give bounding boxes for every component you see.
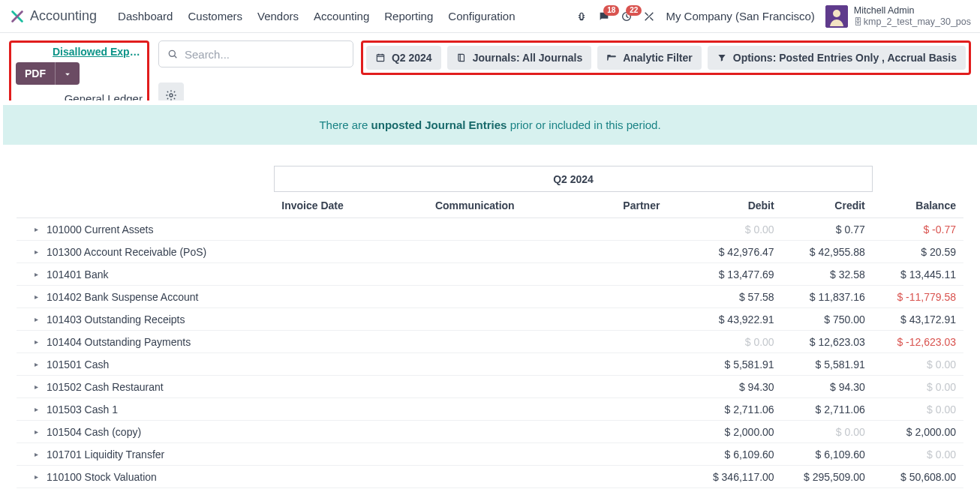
- col-partner: Partner: [592, 192, 690, 218]
- menu-customers[interactable]: Customers: [188, 10, 242, 22]
- search-input[interactable]: [185, 48, 345, 61]
- banner-suffix: prior or included in this period.: [507, 118, 660, 131]
- account-name: 101501 Cash: [47, 358, 109, 370]
- activities-icon[interactable]: 22: [621, 10, 633, 22]
- col-debit: Debit: [691, 192, 782, 218]
- gear-icon: [165, 89, 177, 101]
- cell-debit: $ 346,117.00: [691, 466, 782, 488]
- caret-right-icon: ▸: [35, 428, 41, 436]
- caret-right-icon: ▸: [35, 292, 41, 301]
- cell-balance: $ 0.00: [873, 376, 963, 398]
- account-name: 101502 Cash Restaurant: [47, 381, 164, 393]
- filter-options[interactable]: Options: Posted Entries Only , Accrual B…: [708, 46, 966, 70]
- cell-debit: $ 57.58: [691, 286, 782, 308]
- account-name: 110100 Stock Valuation: [47, 471, 157, 483]
- activities-badge: 22: [626, 5, 642, 16]
- cell-debit: $ 5,581.91: [691, 353, 782, 376]
- table-row[interactable]: ▸101504 Cash (copy)$ 2,000.00$ 0.00$ 2,0…: [17, 421, 963, 443]
- user-menu[interactable]: Mitchell Admin 🗄kmp_2_test_may_30_pos: [825, 5, 971, 28]
- filter-journals[interactable]: Journals: All Journals: [447, 46, 592, 70]
- cell-credit: $ 295,509.00: [782, 466, 873, 488]
- cell-credit: $ 0.77: [782, 218, 873, 241]
- breadcrumb-link[interactable]: Disallowed Expe…: [53, 46, 143, 58]
- folder-open-icon: [606, 52, 617, 63]
- table-row[interactable]: ▸101503 Cash 1$ 2,711.06$ 2,711.06$ 0.00: [17, 398, 963, 421]
- filter-analytic[interactable]: Analytic Filter: [597, 46, 702, 70]
- table-row[interactable]: ▸101701 Liquidity Transfer$ 6,109.60$ 6,…: [17, 443, 963, 466]
- messages-badge: 18: [603, 5, 619, 16]
- cell-debit: $ 6,109.60: [691, 443, 782, 466]
- caret-right-icon: ▸: [35, 315, 41, 323]
- tools-icon[interactable]: [643, 10, 655, 22]
- pdf-button[interactable]: PDF: [16, 62, 55, 85]
- caret-right-icon: ▸: [35, 382, 41, 391]
- table-row[interactable]: ▸101000 Current Assets$ 0.00$ 0.77$ -0.7…: [17, 218, 963, 241]
- cell-credit: $ 11,837.16: [782, 286, 873, 308]
- table-row[interactable]: ▸101404 Outstanding Payments$ 0.00$ 12,6…: [17, 331, 963, 353]
- pdf-export-group: PDF: [16, 62, 80, 85]
- brand[interactable]: Accounting: [9, 8, 97, 25]
- filters-highlight: Q2 2024 Journals: All Journals Analytic …: [361, 40, 971, 75]
- menu-accounting[interactable]: Accounting: [314, 10, 369, 22]
- cell-debit: $ 0.00: [691, 218, 782, 241]
- company-switcher[interactable]: My Company (San Francisco): [666, 10, 814, 22]
- messages-icon[interactable]: 18: [598, 10, 610, 22]
- caret-right-icon: ▸: [35, 405, 41, 413]
- table-row[interactable]: ▸101401 Bank$ 13,477.69$ 32.58$ 13,445.1…: [17, 263, 963, 286]
- search-box[interactable]: [158, 40, 353, 68]
- account-name: 101503 Cash 1: [47, 404, 118, 416]
- account-name: 101300 Account Receivable (PoS): [47, 246, 206, 258]
- table-row[interactable]: ▸101403 Outstanding Receipts$ 43,922.91$…: [17, 308, 963, 331]
- filter-options-label: Options: Posted Entries Only , Accrual B…: [733, 52, 957, 64]
- cell-debit: $ 42,976.47: [691, 241, 782, 263]
- caret-right-icon: ▸: [35, 248, 41, 256]
- cell-credit: $ 2,711.06: [782, 398, 873, 421]
- debug-icon[interactable]: [576, 10, 588, 22]
- account-name: 101404 Outstanding Payments: [47, 336, 191, 348]
- cell-debit: $ 2,000.00: [691, 421, 782, 443]
- cell-credit: $ 0.00: [782, 421, 873, 443]
- caret-right-icon: ▸: [35, 270, 41, 278]
- table-row[interactable]: ▸101502 Cash Restaurant$ 94.30$ 94.30$ 0…: [17, 376, 963, 398]
- unposted-entries-banner[interactable]: There are unposted Journal Entries prior…: [3, 105, 977, 145]
- svg-line-6: [174, 56, 176, 58]
- table-row[interactable]: ▸110100 Stock Valuation$ 346,117.00$ 295…: [17, 466, 963, 488]
- cell-credit: $ 12,623.03: [782, 331, 873, 353]
- cell-balance: $ 50,608.00: [873, 466, 963, 488]
- menu-reporting[interactable]: Reporting: [384, 10, 433, 22]
- table-row[interactable]: ▸101501 Cash$ 5,581.91$ 5,581.91$ 0.00: [17, 353, 963, 376]
- calendar-icon: [375, 52, 386, 63]
- menu-configuration[interactable]: Configuration: [448, 10, 515, 22]
- report-table-wrap: Q2 2024 Invoice Date Communication Partn…: [0, 166, 980, 495]
- account-name: 101401 Bank: [47, 268, 109, 280]
- cell-debit: $ 94.30: [691, 376, 782, 398]
- cell-debit: $ 13,477.69: [691, 263, 782, 286]
- pdf-dropdown-caret[interactable]: [55, 62, 80, 85]
- cell-debit: $ 43,922.91: [691, 308, 782, 331]
- col-credit: Credit: [782, 192, 873, 218]
- cell-credit: $ 5,581.91: [782, 353, 873, 376]
- general-ledger-table: Q2 2024 Invoice Date Communication Partn…: [17, 166, 963, 488]
- svg-point-5: [169, 50, 175, 56]
- filter-period[interactable]: Q2 2024: [366, 46, 441, 70]
- col-communication: Communication: [357, 192, 592, 218]
- menu-vendors[interactable]: Vendors: [257, 10, 299, 22]
- cell-credit: $ 42,955.88: [782, 241, 873, 263]
- table-row[interactable]: ▸101402 Bank Suspense Account$ 57.58$ 11…: [17, 286, 963, 308]
- db-name: kmp_2_test_may_30_pos: [864, 16, 971, 27]
- brand-title: Accounting: [30, 8, 97, 24]
- period-header: Q2 2024: [274, 166, 873, 192]
- svg-point-4: [833, 10, 840, 17]
- col-balance: Balance: [873, 192, 963, 218]
- account-name: 101402 Bank Suspense Account: [47, 291, 198, 303]
- cell-balance: $ 0.00: [873, 443, 963, 466]
- chevron-down-icon: [62, 69, 73, 80]
- caret-right-icon: ▸: [35, 360, 41, 368]
- caret-right-icon: ▸: [35, 338, 41, 346]
- cell-debit: $ 2,711.06: [691, 398, 782, 421]
- col-invoice-date: Invoice Date: [274, 192, 357, 218]
- report-scroll-area[interactable]: There are unposted Journal Entries prior…: [0, 100, 980, 495]
- menu-dashboard[interactable]: Dashboard: [118, 10, 173, 22]
- table-row[interactable]: ▸101300 Account Receivable (PoS)$ 42,976…: [17, 241, 963, 263]
- cell-balance: $ -0.77: [873, 218, 963, 241]
